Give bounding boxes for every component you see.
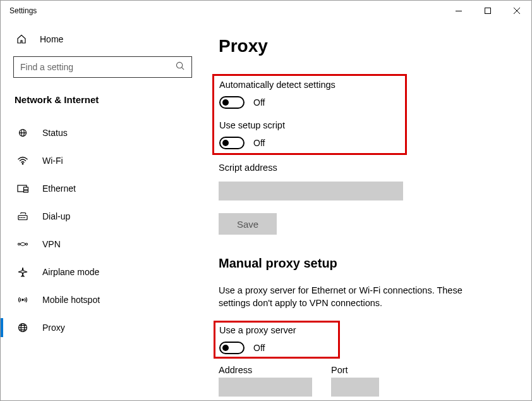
use-proxy-state: Off [253,343,265,353]
highlight-box-auto: Automatically detect settings Off Use se… [212,74,407,155]
port-label: Port [331,365,379,375]
script-address-input[interactable] [219,182,403,200]
nav-dialup[interactable]: Dial-up [1,202,187,230]
home-icon [16,34,27,45]
window-controls [444,1,531,21]
status-icon [17,127,28,139]
dialup-icon [17,211,28,222]
auto-detect-state: Off [253,97,265,108]
sidebar: Home Network & Internet Status Wi-Fi Eth… [1,21,200,400]
minimize-button[interactable] [444,1,473,21]
page-title: Proxy [219,36,510,56]
nav-airplane[interactable]: Airplane mode [1,258,187,286]
nav-hotspot[interactable]: Mobile hotspot [1,286,187,314]
airplane-icon [17,266,28,278]
highlight-box-manual: Use a proxy server Off [214,321,340,359]
svg-rect-1 [485,8,491,14]
search-icon [176,61,185,73]
proxy-icon [17,322,28,333]
nav-label: Ethernet [42,183,76,194]
nav-vpn[interactable]: VPN [1,230,187,258]
nav-label: VPN [42,239,61,249]
svg-point-22 [22,299,23,300]
nav-label: Wi-Fi [42,156,63,166]
maximize-button[interactable] [473,1,502,21]
svg-point-20 [18,244,20,245]
port-input[interactable] [331,378,379,397]
manual-heading: Manual proxy setup [219,256,510,271]
auto-detect-toggle[interactable] [219,96,245,109]
setup-script-toggle[interactable] [219,137,245,149]
search-box[interactable] [13,56,192,78]
window-title: Settings [9,6,37,15]
content-area: Proxy Automatically detect settings Off … [200,21,531,400]
svg-point-4 [176,62,182,68]
nav-wifi[interactable]: Wi-Fi [1,147,187,175]
ethernet-icon [17,183,28,194]
wifi-icon [17,155,28,166]
setup-script-label: Use setup script [219,120,336,130]
setup-script-state: Off [253,138,265,148]
nav-proxy[interactable]: Proxy [1,314,187,342]
auto-detect-label: Automatically detect settings [219,80,336,90]
home-link[interactable]: Home [13,27,187,51]
address-label: Address [219,365,312,375]
manual-description: Use a proxy server for Ethernet or Wi-Fi… [219,285,490,309]
vpn-icon [17,238,28,250]
svg-point-9 [22,163,23,164]
address-input[interactable] [219,378,312,397]
search-input[interactable] [20,62,176,72]
nav-ethernet[interactable]: Ethernet [1,175,187,202]
nav-status[interactable]: Status [1,119,187,147]
close-button[interactable] [502,1,531,21]
nav-label: Status [42,128,68,138]
category-header: Network & Internet [13,94,187,105]
use-proxy-label: Use a proxy server [219,325,296,335]
svg-point-21 [26,244,28,245]
hotspot-icon [17,294,28,305]
nav-label: Airplane mode [42,267,99,277]
nav-label: Dial-up [42,211,70,221]
use-proxy-toggle[interactable] [219,342,245,354]
home-label: Home [40,34,63,44]
nav-label: Mobile hotspot [42,295,100,305]
svg-line-5 [182,67,184,69]
save-button[interactable]: Save [219,213,277,235]
script-address-label: Script address [219,163,510,173]
nav-label: Proxy [42,323,65,333]
